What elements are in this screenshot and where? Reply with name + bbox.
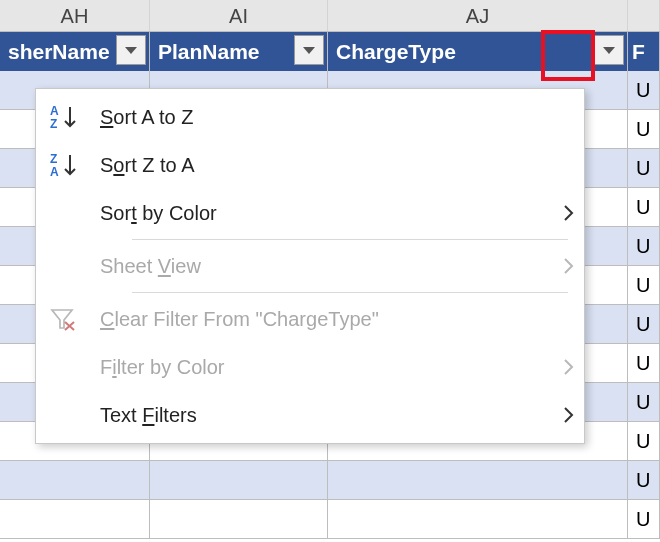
table-header-label: F [632, 40, 645, 64]
menu-sort-za[interactable]: Z A Sort Z to A [36, 141, 584, 189]
menu-sheet-view: Sheet View [36, 242, 584, 290]
cell[interactable] [328, 500, 628, 539]
cell[interactable] [0, 461, 150, 500]
table-header-label: sherName [8, 40, 110, 64]
filter-button-aj[interactable] [594, 35, 624, 65]
table-row: U [0, 500, 660, 539]
chevron-right-icon [554, 257, 584, 275]
menu-label: Sort by Color [100, 202, 554, 225]
cell[interactable] [150, 461, 328, 500]
column-letter-row: AH AI AJ [0, 0, 660, 32]
svg-text:Z: Z [50, 117, 57, 130]
sort-za-icon: Z A [50, 152, 100, 178]
menu-sort-az[interactable]: A Z Sort A to Z [36, 93, 584, 141]
dropdown-icon [603, 47, 615, 54]
table-header-label: PlanName [158, 40, 260, 64]
chevron-right-icon [554, 358, 584, 376]
svg-text:Z: Z [50, 152, 57, 166]
cell[interactable]: U [628, 149, 660, 188]
filter-dropdown-menu: A Z Sort A to Z Z A Sort Z to A Sort by … [35, 88, 585, 444]
menu-label: Sheet View [100, 255, 554, 278]
svg-text:A: A [50, 165, 59, 178]
menu-label: Sort Z to A [100, 154, 584, 177]
column-letter[interactable] [628, 0, 660, 31]
cell[interactable] [0, 500, 150, 539]
menu-text-filters[interactable]: Text Filters [36, 391, 584, 439]
menu-separator [132, 239, 568, 240]
column-letter-text: AI [229, 5, 248, 27]
column-letter[interactable]: AH [0, 0, 150, 31]
menu-label: Filter by Color [100, 356, 554, 379]
column-letter[interactable]: AI [150, 0, 328, 31]
menu-clear-filter: Clear Filter From "ChargeType" [36, 295, 584, 343]
cell[interactable]: U [628, 188, 660, 227]
menu-label: Clear Filter From "ChargeType" [100, 308, 584, 331]
cell[interactable]: U [628, 110, 660, 149]
table-header-cell[interactable]: F [628, 32, 660, 71]
cell[interactable] [150, 500, 328, 539]
chevron-right-icon [554, 406, 584, 424]
cell[interactable]: U [628, 227, 660, 266]
cell[interactable]: U [628, 500, 660, 539]
dropdown-icon [303, 47, 315, 54]
cell[interactable]: U [628, 383, 660, 422]
cell[interactable]: U [628, 305, 660, 344]
filter-button-ah[interactable] [116, 35, 146, 65]
table-header-row: sherName PlanName ChargeType F [0, 32, 660, 71]
clear-filter-icon [50, 307, 100, 331]
filter-button-ai[interactable] [294, 35, 324, 65]
dropdown-icon [125, 47, 137, 54]
cell[interactable]: U [628, 266, 660, 305]
column-letter-text: AH [61, 5, 89, 27]
chevron-right-icon [554, 204, 584, 222]
table-row: U [0, 461, 660, 500]
menu-label: Sort A to Z [100, 106, 584, 129]
cell[interactable] [328, 461, 628, 500]
column-letter[interactable]: AJ [328, 0, 628, 31]
menu-sort-color[interactable]: Sort by Color [36, 189, 584, 237]
column-letter-text: AJ [466, 5, 489, 27]
table-header-cell[interactable]: ChargeType [328, 32, 628, 71]
cell[interactable]: U [628, 71, 660, 110]
cell[interactable]: U [628, 461, 660, 500]
table-header-cell[interactable]: sherName [0, 32, 150, 71]
menu-filter-color: Filter by Color [36, 343, 584, 391]
table-header-cell[interactable]: PlanName [150, 32, 328, 71]
cell[interactable]: U [628, 344, 660, 383]
menu-label: Text Filters [100, 404, 554, 427]
table-header-label: ChargeType [336, 40, 456, 64]
menu-separator [132, 292, 568, 293]
svg-text:A: A [50, 104, 59, 118]
sort-az-icon: A Z [50, 104, 100, 130]
cell[interactable]: U [628, 422, 660, 461]
